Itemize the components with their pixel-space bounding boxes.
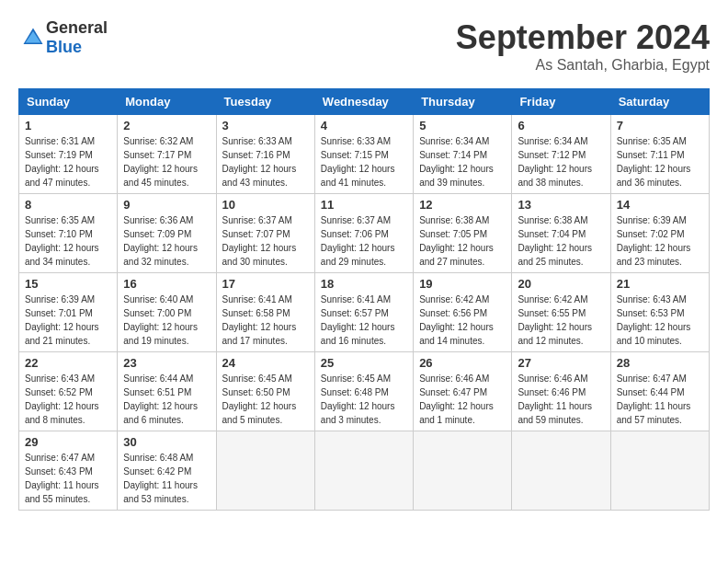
day-info: Sunrise: 6:47 AMSunset: 6:43 PMDaylight:…: [25, 453, 99, 504]
table-row: 7 Sunrise: 6:35 AMSunset: 7:11 PMDayligh…: [610, 115, 709, 194]
day-info: Sunrise: 6:31 AMSunset: 7:19 PMDaylight:…: [25, 136, 99, 188]
table-row: 8 Sunrise: 6:35 AMSunset: 7:10 PMDayligh…: [19, 194, 118, 273]
table-row: 24 Sunrise: 6:45 AMSunset: 6:50 PMDaylig…: [216, 352, 314, 431]
days-header-row: Sunday Monday Tuesday Wednesday Thursday…: [19, 89, 710, 115]
day-info: Sunrise: 6:36 AMSunset: 7:09 PMDaylight:…: [123, 215, 198, 267]
day-info: Sunrise: 6:34 AMSunset: 7:12 PMDaylight:…: [518, 136, 592, 188]
header-wednesday: Wednesday: [314, 89, 413, 115]
week-row-3: 15 Sunrise: 6:39 AMSunset: 7:01 PMDaylig…: [19, 273, 710, 352]
table-row: 9 Sunrise: 6:36 AMSunset: 7:09 PMDayligh…: [118, 194, 216, 273]
day-number: 9: [123, 198, 210, 212]
day-info: Sunrise: 6:35 AMSunset: 7:11 PMDaylight:…: [617, 136, 691, 188]
day-info: Sunrise: 6:43 AMSunset: 6:52 PMDaylight:…: [25, 373, 99, 425]
day-number: 20: [518, 277, 604, 291]
week-row-2: 8 Sunrise: 6:35 AMSunset: 7:10 PMDayligh…: [19, 194, 710, 273]
table-row: 20 Sunrise: 6:42 AMSunset: 6:55 PMDaylig…: [512, 273, 610, 352]
day-info: Sunrise: 6:37 AMSunset: 7:07 PMDaylight:…: [222, 215, 297, 267]
day-number: 26: [419, 356, 506, 370]
day-info: Sunrise: 6:46 AMSunset: 6:46 PMDaylight:…: [518, 373, 592, 425]
week-row-1: 1 Sunrise: 6:31 AMSunset: 7:19 PMDayligh…: [19, 115, 710, 194]
table-row: 18 Sunrise: 6:41 AMSunset: 6:57 PMDaylig…: [314, 273, 413, 352]
table-row: 28 Sunrise: 6:47 AMSunset: 6:44 PMDaylig…: [610, 352, 709, 431]
table-row: 4 Sunrise: 6:33 AMSunset: 7:15 PMDayligh…: [314, 115, 413, 194]
day-number: 28: [617, 356, 703, 370]
day-number: 6: [518, 119, 604, 132]
day-number: 30: [123, 435, 210, 449]
header-tuesday: Tuesday: [216, 89, 314, 115]
day-info: Sunrise: 6:37 AMSunset: 7:06 PMDaylight:…: [321, 215, 395, 267]
title-area: September 2024 As Santah, Gharbia, Egypt: [456, 18, 710, 74]
day-number: 8: [25, 198, 111, 212]
day-info: Sunrise: 6:35 AMSunset: 7:10 PMDaylight:…: [25, 215, 99, 267]
table-row: [512, 431, 610, 511]
day-info: Sunrise: 6:42 AMSunset: 6:55 PMDaylight:…: [518, 294, 592, 346]
table-row: 29 Sunrise: 6:47 AMSunset: 6:43 PMDaylig…: [19, 431, 118, 511]
day-info: Sunrise: 6:40 AMSunset: 7:00 PMDaylight:…: [123, 294, 198, 346]
day-number: 11: [321, 198, 407, 212]
day-info: Sunrise: 6:39 AMSunset: 7:01 PMDaylight:…: [25, 294, 99, 346]
day-info: Sunrise: 6:34 AMSunset: 7:14 PMDaylight:…: [419, 136, 494, 188]
logo: General Blue: [18, 18, 108, 57]
logo-general: General: [46, 18, 108, 37]
day-number: 1: [25, 119, 111, 132]
month-title: September 2024: [456, 18, 710, 57]
day-info: Sunrise: 6:32 AMSunset: 7:17 PMDaylight:…: [123, 136, 198, 188]
table-row: 15 Sunrise: 6:39 AMSunset: 7:01 PMDaylig…: [19, 273, 118, 352]
day-number: 24: [222, 356, 309, 370]
day-info: Sunrise: 6:41 AMSunset: 6:58 PMDaylight:…: [222, 294, 297, 346]
header-friday: Friday: [512, 89, 610, 115]
table-row: 21 Sunrise: 6:43 AMSunset: 6:53 PMDaylig…: [610, 273, 709, 352]
table-row: 22 Sunrise: 6:43 AMSunset: 6:52 PMDaylig…: [19, 352, 118, 431]
day-number: 27: [518, 356, 604, 370]
day-info: Sunrise: 6:47 AMSunset: 6:44 PMDaylight:…: [617, 373, 691, 425]
table-row: 17 Sunrise: 6:41 AMSunset: 6:58 PMDaylig…: [216, 273, 314, 352]
day-number: 4: [321, 119, 407, 132]
table-row: 26 Sunrise: 6:46 AMSunset: 6:47 PMDaylig…: [414, 352, 512, 431]
day-number: 14: [617, 198, 703, 212]
table-row: 25 Sunrise: 6:45 AMSunset: 6:48 PMDaylig…: [314, 352, 413, 431]
day-number: 7: [617, 119, 703, 132]
day-number: 23: [123, 356, 210, 370]
table-row: 10 Sunrise: 6:37 AMSunset: 7:07 PMDaylig…: [216, 194, 314, 273]
day-number: 2: [123, 119, 210, 132]
day-info: Sunrise: 6:41 AMSunset: 6:57 PMDaylight:…: [321, 294, 395, 346]
day-number: 17: [222, 277, 309, 291]
day-info: Sunrise: 6:46 AMSunset: 6:47 PMDaylight:…: [419, 373, 494, 425]
day-number: 3: [222, 119, 309, 132]
header-saturday: Saturday: [610, 89, 709, 115]
day-info: Sunrise: 6:38 AMSunset: 7:04 PMDaylight:…: [518, 215, 592, 267]
day-number: 13: [518, 198, 604, 212]
day-number: 15: [25, 277, 111, 291]
day-number: 21: [617, 277, 703, 291]
header-sunday: Sunday: [19, 89, 118, 115]
table-row: [414, 431, 512, 511]
day-info: Sunrise: 6:33 AMSunset: 7:16 PMDaylight:…: [222, 136, 297, 188]
day-number: 25: [321, 356, 407, 370]
table-row: 16 Sunrise: 6:40 AMSunset: 7:00 PMDaylig…: [118, 273, 216, 352]
table-row: [314, 431, 413, 511]
logo-blue: Blue: [46, 38, 82, 56]
day-number: 18: [321, 277, 407, 291]
day-number: 29: [25, 435, 111, 449]
location-title: As Santah, Gharbia, Egypt: [456, 57, 710, 74]
day-info: Sunrise: 6:33 AMSunset: 7:15 PMDaylight:…: [321, 136, 395, 188]
day-info: Sunrise: 6:44 AMSunset: 6:51 PMDaylight:…: [123, 373, 198, 425]
day-info: Sunrise: 6:38 AMSunset: 7:05 PMDaylight:…: [419, 215, 494, 267]
table-row: 23 Sunrise: 6:44 AMSunset: 6:51 PMDaylig…: [118, 352, 216, 431]
header: General Blue September 2024 As Santah, G…: [18, 18, 710, 74]
table-row: 27 Sunrise: 6:46 AMSunset: 6:46 PMDaylig…: [512, 352, 610, 431]
table-row: 11 Sunrise: 6:37 AMSunset: 7:06 PMDaylig…: [314, 194, 413, 273]
week-row-4: 22 Sunrise: 6:43 AMSunset: 6:52 PMDaylig…: [19, 352, 710, 431]
day-number: 10: [222, 198, 309, 212]
week-row-5: 29 Sunrise: 6:47 AMSunset: 6:43 PMDaylig…: [19, 431, 710, 511]
table-row: 1 Sunrise: 6:31 AMSunset: 7:19 PMDayligh…: [19, 115, 118, 194]
day-info: Sunrise: 6:39 AMSunset: 7:02 PMDaylight:…: [617, 215, 691, 267]
table-row: 13 Sunrise: 6:38 AMSunset: 7:04 PMDaylig…: [512, 194, 610, 273]
calendar-table: Sunday Monday Tuesday Wednesday Thursday…: [18, 88, 710, 511]
day-info: Sunrise: 6:43 AMSunset: 6:53 PMDaylight:…: [617, 294, 691, 346]
table-row: 3 Sunrise: 6:33 AMSunset: 7:16 PMDayligh…: [216, 115, 314, 194]
day-info: Sunrise: 6:45 AMSunset: 6:50 PMDaylight:…: [222, 373, 297, 425]
table-row: 5 Sunrise: 6:34 AMSunset: 7:14 PMDayligh…: [414, 115, 512, 194]
day-info: Sunrise: 6:45 AMSunset: 6:48 PMDaylight:…: [321, 373, 395, 425]
day-number: 19: [419, 277, 506, 291]
